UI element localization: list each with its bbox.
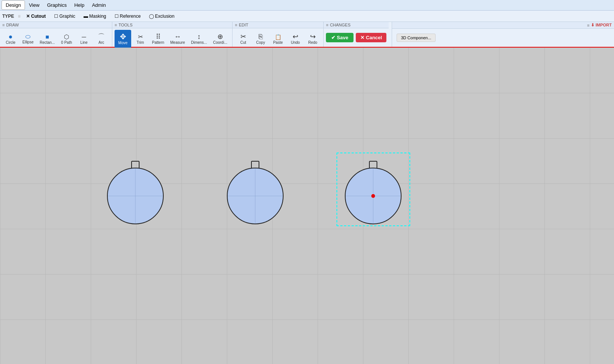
undo-tool[interactable]: Undo	[287, 30, 304, 48]
menu-design[interactable]: Design	[2, 0, 25, 10]
type-toolbar: TYPE ≡ ✕ Cutout ☐ Graphic ▬ Masking ☐ Re…	[0, 11, 614, 22]
type-masking[interactable]: ▬ Masking	[80, 12, 110, 20]
circle-label: Circle	[6, 41, 16, 45]
tools-label: TOOLS	[118, 23, 132, 27]
paste-tool[interactable]: Paste	[270, 30, 286, 48]
undo-label: Undo	[291, 41, 300, 45]
move-icon	[120, 33, 126, 40]
type-exclusion[interactable]: ◯ Exclusion	[146, 12, 178, 20]
component-button[interactable]: 3D Componen...	[397, 34, 435, 42]
redo-tool[interactable]: Redo	[304, 30, 321, 48]
tools-section-header: TOOLS	[112, 22, 232, 28]
ornament-2-neck	[251, 161, 259, 168]
type-label: TYPE	[2, 14, 14, 19]
arc-icon	[98, 33, 105, 40]
measure-tool[interactable]: Measure	[167, 30, 188, 48]
move-tool[interactable]: Move	[115, 30, 131, 48]
menu-admin[interactable]: Admin	[88, 1, 110, 9]
copy-tool[interactable]: Copy	[252, 30, 269, 48]
line-label: Line	[81, 41, 88, 45]
reference-icon: ☐	[115, 14, 119, 19]
ornament-3-body	[345, 168, 402, 224]
ornament-2-body	[227, 168, 284, 224]
paste-icon	[275, 33, 281, 40]
cut-label: Cut	[240, 41, 246, 45]
menu-view[interactable]: View	[25, 1, 43, 9]
draw-label: DRAW	[6, 23, 19, 27]
coordinate-icon	[217, 33, 223, 40]
import-button[interactable]: ⬇ IMPORT	[591, 23, 612, 28]
pattern-tool[interactable]: Pattern	[149, 30, 167, 48]
dimension-tool[interactable]: Dimens...	[188, 30, 209, 48]
import-arrow-icon: ⬇	[591, 23, 594, 27]
redo-icon	[310, 33, 316, 40]
rectangle-label: Rectan...	[40, 41, 55, 45]
circle-tool[interactable]: Circle	[2, 30, 19, 48]
pattern-label: Pattern	[152, 41, 164, 45]
tools-section: TOOLS Move Trim Pattern Measure Dimens..…	[112, 22, 233, 47]
cancel-button[interactable]: ✕ Cancel	[356, 33, 386, 42]
changes-section: CHANGES ✔ Save ✕ Cancel	[324, 22, 392, 47]
import-label: IMPORT	[595, 23, 612, 27]
undo-icon	[293, 33, 298, 40]
graphic-label: Graphic	[59, 14, 75, 19]
changes-label: CHANGES	[330, 23, 350, 27]
cut-tool[interactable]: Cut	[235, 30, 251, 48]
circle-icon	[9, 33, 13, 40]
import-tools: 3D Componen...	[392, 29, 614, 47]
paste-label: Paste	[273, 41, 283, 45]
path-tool[interactable]: 0 Path	[58, 30, 75, 48]
ornament-2[interactable]	[227, 161, 284, 224]
ellipse-tool[interactable]: ⬭ Ellipse	[20, 30, 36, 48]
ornament-1[interactable]	[107, 161, 164, 224]
arc-tool[interactable]: Arc	[93, 30, 110, 48]
edit-tools: Cut Copy Paste Undo Redo	[233, 28, 323, 49]
exclusion-icon: ◯	[149, 14, 154, 19]
ornament-3[interactable]	[345, 161, 402, 224]
pattern-icon	[156, 33, 161, 40]
reference-label: Reference	[120, 14, 141, 19]
type-graphic[interactable]: ☐ Graphic	[51, 12, 79, 20]
line-tool[interactable]: Line	[76, 30, 92, 48]
cutout-label: Cutout	[31, 14, 46, 19]
ornament-1-neck	[131, 161, 140, 168]
type-cutout[interactable]: ✕ Cutout	[23, 12, 49, 20]
draw-section: DRAW Circle ⬭ Ellipse Rectan... 0 Path L…	[0, 22, 112, 47]
ellipse-label: Ellipse	[22, 40, 33, 44]
menu-bar: Design View Graphics Help Admin	[0, 0, 614, 11]
ornament-3-neck	[369, 161, 377, 168]
ornament-3-center-dot	[371, 194, 375, 198]
trim-tool[interactable]: Trim	[132, 30, 149, 48]
menu-graphics[interactable]: Graphics	[43, 1, 70, 9]
changes-buttons: ✔ Save ✕ Cancel	[324, 28, 389, 47]
path-label: 0 Path	[61, 41, 72, 45]
ornament-1-body	[107, 168, 164, 224]
cutout-icon: ✕	[26, 14, 30, 19]
menu-help[interactable]: Help	[70, 1, 88, 9]
dimension-label: Dimens...	[191, 41, 207, 45]
type-sep-1: ≡	[18, 14, 20, 19]
edit-section: EDIT Cut Copy Paste Undo Redo	[233, 22, 324, 47]
masking-label: Masking	[89, 14, 106, 19]
draw-section-header: DRAW	[0, 22, 112, 28]
measure-label: Measure	[170, 41, 185, 45]
dimension-icon	[197, 33, 201, 40]
exclusion-label: Exclusion	[155, 14, 174, 19]
rectangle-icon	[45, 33, 49, 40]
type-reference[interactable]: ☐ Reference	[111, 12, 144, 20]
graphic-icon: ☐	[54, 14, 58, 19]
coordinate-label: Coordi...	[213, 41, 227, 45]
canvas-area[interactable]	[0, 48, 614, 364]
import-section-header: ⬇ IMPORT	[392, 22, 614, 29]
edit-section-header: EDIT	[233, 22, 323, 28]
arc-label: Arc	[99, 41, 104, 45]
changes-section-header: CHANGES	[324, 22, 389, 28]
save-button[interactable]: ✔ Save	[326, 33, 354, 42]
ellipse-icon: ⬭	[25, 34, 31, 40]
main-toolbar: DRAW Circle ⬭ Ellipse Rectan... 0 Path L…	[0, 22, 614, 48]
masking-icon: ▬	[84, 14, 88, 19]
rectangle-tool[interactable]: Rectan...	[37, 30, 57, 48]
coordinate-tool[interactable]: Coordi...	[210, 30, 230, 48]
line-icon	[82, 33, 86, 40]
cut-icon	[240, 33, 246, 40]
